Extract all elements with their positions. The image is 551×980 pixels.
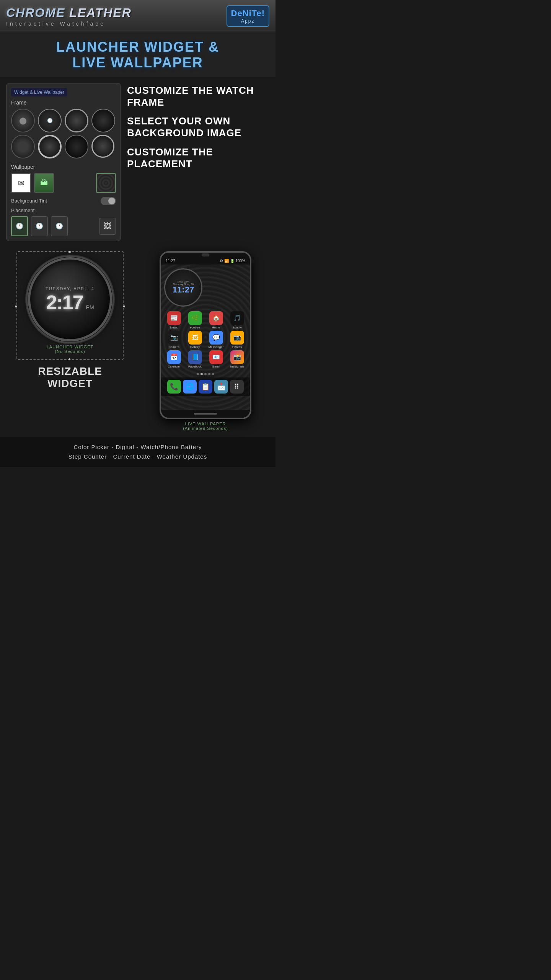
- app-label-facebook: Facebook: [188, 365, 202, 368]
- bottom-section: ● ● ● ● TUESDAY, APRIL 4 2:17 PM LAUNCHE…: [0, 247, 276, 437]
- phone-app-facebook[interactable]: 📘 Facebook: [185, 350, 205, 368]
- phone-app-instagram[interactable]: 📸 Instagram: [227, 350, 247, 368]
- app-icon-calendar: 📅: [167, 350, 181, 364]
- phone-app-home[interactable]: 🏠 Home: [206, 311, 226, 329]
- wallpaper-thumb-landscape[interactable]: 🏔: [34, 173, 54, 193]
- phone-label: LIVE WALLPAPER (Animated Seconds): [183, 421, 228, 431]
- app-icon-gallery: 🖼: [188, 331, 202, 345]
- placement-option-left[interactable]: 🕐: [11, 216, 28, 236]
- phone-page-indicator: [161, 371, 250, 377]
- wallpaper-thumb-custom[interactable]: [96, 173, 116, 193]
- app-icon-facebook: 📘: [188, 350, 202, 364]
- frame-option-8[interactable]: [91, 135, 114, 158]
- phone-status-icons: ⚙ 📶 🔋 100%: [220, 259, 245, 263]
- resizable-label: RESIZABLEWIDGET: [38, 365, 102, 390]
- frame-option-4[interactable]: [91, 109, 115, 132]
- watch-bezel: [26, 255, 114, 343]
- phone-app-ecobee[interactable]: 🌿 ecobee: [185, 311, 205, 329]
- widget-label: LAUNCHER WIDGET (No Seconds): [47, 345, 94, 354]
- phone-label-line2: (Animated Seconds): [183, 426, 228, 431]
- app-icon-photos: 📷: [230, 331, 244, 345]
- phone-app-gmail[interactable]: 📧 Gmail: [206, 350, 226, 368]
- phone-app-calendar[interactable]: 📅 Calendar: [164, 350, 184, 368]
- phone-label-line1: LIVE WALLPAPER: [185, 421, 226, 426]
- phone-camera: [202, 253, 209, 256]
- phone-app-grid: 📰 News 🌿 ecobee 🏠 Home 🎵 Spotify: [161, 309, 250, 371]
- widget-label-line1: LAUNCHER WIDGET: [47, 345, 94, 349]
- placement-option-right[interactable]: 🕐: [51, 216, 68, 236]
- placement-wallpaper-btn[interactable]: 🖼: [99, 218, 116, 235]
- app-icon-gmail: 📧: [209, 350, 223, 364]
- app-icon-instagram: 📸: [230, 350, 244, 364]
- app-icon-spotify: 🎵: [230, 311, 244, 325]
- frame-option-5[interactable]: [11, 135, 35, 158]
- resize-handle-left[interactable]: ●: [15, 304, 17, 309]
- phone-app-news[interactable]: 📰 News: [164, 311, 184, 329]
- tint-label: Background Tint: [11, 198, 47, 204]
- app-label-spotify: Spotify: [232, 326, 241, 329]
- footer-text: Color Picker - Digital - Watch/Phone Bat…: [8, 442, 268, 462]
- phone-widget-area: 72% | 100% Tuesday Nov., 26 11:27: [161, 265, 250, 309]
- dock-phone[interactable]: 📞: [167, 380, 181, 394]
- dock-chrome[interactable]: 🌐: [183, 380, 197, 394]
- dock-apps[interactable]: ⠿: [230, 380, 244, 394]
- frame-option-6[interactable]: [38, 135, 62, 158]
- phone-status-bar: 11:27 ⚙ 📶 🔋 100%: [161, 257, 250, 265]
- placement-option-center[interactable]: 🕐: [31, 216, 48, 236]
- frame-option-2[interactable]: 🕐: [38, 109, 62, 132]
- watch-widget-preview: TUESDAY, APRIL 4 2:17 PM: [28, 257, 112, 341]
- phone-app-spotify[interactable]: 🎵 Spotify: [227, 311, 247, 329]
- app-title: CHROME LEATHER: [6, 6, 132, 20]
- feature-2: SELECT YOUR OWN BACKGROUND IMAGE: [127, 115, 269, 139]
- toggle-knob: [108, 198, 115, 204]
- header: CHROME LEATHER Interactive Watchface DeN…: [0, 0, 276, 31]
- header-left: CHROME LEATHER Interactive Watchface: [6, 6, 132, 27]
- app-icon-ecobee: 🌿: [188, 311, 202, 325]
- resize-handle-top[interactable]: ●: [68, 249, 71, 255]
- features-text: CUSTOMIZE THE WATCH FRAME SELECT YOUR OW…: [127, 83, 269, 177]
- main-title-line2: LIVE WALLPAPER: [72, 55, 203, 70]
- phone-preview-wrap: 11:27 ⚙ 📶 🔋 100% 72% | 100% Tuesday Nov.…: [142, 251, 269, 431]
- phone-dock: 📞 🌐 📋 📩 ⠿: [161, 377, 250, 396]
- app-label-gallery: Gallery: [190, 345, 200, 349]
- wallpaper-thumb-white[interactable]: ✉: [11, 173, 31, 193]
- widget-preview-wrap: ● ● ● ● TUESDAY, APRIL 4 2:17 PM LAUNCHE…: [6, 251, 134, 390]
- footer-line1: Color Picker - Digital - Watch/Phone Bat…: [73, 444, 202, 450]
- app-icon-messenger: 💬: [209, 331, 223, 345]
- resize-handle-bottom[interactable]: ●: [68, 356, 71, 362]
- phone-watch-time: 11:27: [173, 286, 194, 294]
- feature-1: CUSTOMIZE THE WATCH FRAME: [127, 85, 269, 108]
- app-icon-camera: 📷: [167, 331, 181, 345]
- resize-handle-right[interactable]: ●: [123, 304, 126, 309]
- app-label-gmail: Gmail: [212, 365, 220, 368]
- title-leather: LEATHER: [69, 6, 132, 20]
- phone-watch-mini: 72% | 100% Tuesday Nov., 26 11:27: [164, 268, 202, 307]
- feature-3: CUSTOMIZE THE PLACEMENT: [127, 146, 269, 170]
- frame-grid: ⬤ 🕐: [11, 109, 116, 158]
- frame-option-7[interactable]: [65, 135, 88, 158]
- app-label-news: News: [170, 326, 178, 329]
- phone-app-gallery[interactable]: 🖼 Gallery: [185, 331, 205, 349]
- dock-polaris[interactable]: 📋: [199, 380, 212, 394]
- dock-mail[interactable]: 📩: [214, 380, 228, 394]
- panel-tab[interactable]: Widget & Live Wallpaper: [11, 88, 67, 96]
- tint-row: Background Tint: [11, 197, 116, 205]
- app-label-home: Home: [212, 326, 220, 329]
- widget-config-panel: Widget & Live Wallpaper Frame ⬤ 🕐 Wallpa…: [6, 83, 121, 241]
- widget-label-line2: (No Seconds): [55, 349, 85, 354]
- phone-home-bar: [194, 413, 217, 415]
- frame-option-1[interactable]: ⬤: [11, 109, 35, 132]
- dot-2: [201, 373, 203, 375]
- phone-app-photos[interactable]: 📷 Photos: [227, 331, 247, 349]
- frame-option-3[interactable]: [65, 109, 88, 132]
- app-label-messenger: Messenger: [209, 345, 224, 349]
- footer-line2: Step Counter - Current Date - Weather Up…: [68, 453, 207, 460]
- main-title-section: LAUNCHER WIDGET & LIVE WALLPAPER: [0, 31, 276, 77]
- dot-5: [212, 373, 214, 375]
- background-tint-toggle[interactable]: [101, 197, 116, 205]
- main-title: LAUNCHER WIDGET & LIVE WALLPAPER: [4, 39, 272, 71]
- phone-app-messenger[interactable]: 💬 Messenger: [206, 331, 226, 349]
- frame-label: Frame: [11, 100, 116, 106]
- app-icon-news: 📰: [167, 311, 181, 325]
- phone-app-camera[interactable]: 📷 Camera: [164, 331, 184, 349]
